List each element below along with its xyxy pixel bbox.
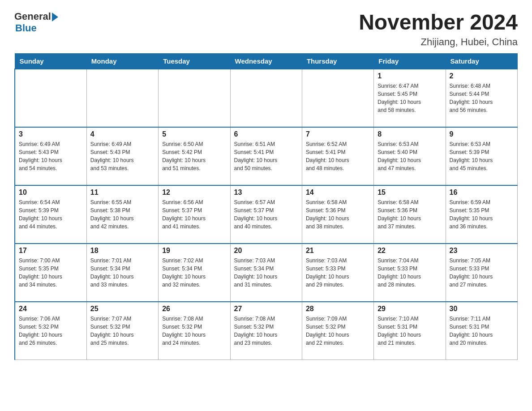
week-row-2: 3Sunrise: 6:49 AM Sunset: 5:43 PM Daylig… <box>15 127 518 185</box>
calendar-cell <box>15 69 86 127</box>
calendar-cell <box>86 69 158 127</box>
day-number: 7 <box>306 130 370 138</box>
day-info: Sunrise: 7:00 AM Sunset: 5:35 PM Dayligh… <box>19 257 83 289</box>
day-info: Sunrise: 6:47 AM Sunset: 5:45 PM Dayligh… <box>378 82 442 114</box>
calendar-cell: 2Sunrise: 6:48 AM Sunset: 5:44 PM Daylig… <box>446 69 517 127</box>
day-number: 21 <box>306 247 370 255</box>
calendar-cell: 6Sunrise: 6:51 AM Sunset: 5:41 PM Daylig… <box>230 127 302 185</box>
day-info: Sunrise: 6:51 AM Sunset: 5:41 PM Dayligh… <box>234 140 298 172</box>
week-row-3: 10Sunrise: 6:54 AM Sunset: 5:39 PM Dayli… <box>15 185 518 244</box>
calendar-table: SundayMondayTuesdayWednesdayThursdayFrid… <box>14 53 518 360</box>
day-info: Sunrise: 6:50 AM Sunset: 5:42 PM Dayligh… <box>162 140 226 172</box>
day-info: Sunrise: 7:04 AM Sunset: 5:33 PM Dayligh… <box>378 257 442 289</box>
logo-general-text: General <box>14 11 51 22</box>
day-number: 12 <box>162 188 226 197</box>
day-number: 6 <box>234 130 298 138</box>
day-number: 1 <box>378 72 442 80</box>
calendar-cell: 26Sunrise: 7:08 AM Sunset: 5:32 PM Dayli… <box>159 302 230 360</box>
calendar-cell: 1Sunrise: 6:47 AM Sunset: 5:45 PM Daylig… <box>374 69 446 127</box>
calendar-cell <box>159 69 230 127</box>
day-info: Sunrise: 6:49 AM Sunset: 5:43 PM Dayligh… <box>19 140 83 172</box>
calendar-cell: 29Sunrise: 7:10 AM Sunset: 5:31 PM Dayli… <box>374 302 446 360</box>
day-info: Sunrise: 7:08 AM Sunset: 5:32 PM Dayligh… <box>162 315 226 347</box>
calendar-cell: 15Sunrise: 6:58 AM Sunset: 5:36 PM Dayli… <box>374 185 446 244</box>
day-info: Sunrise: 6:48 AM Sunset: 5:44 PM Dayligh… <box>450 82 514 114</box>
calendar-title: November 2024 <box>359 11 518 34</box>
day-number: 28 <box>306 305 370 313</box>
day-number: 17 <box>19 247 83 255</box>
calendar-cell: 7Sunrise: 6:52 AM Sunset: 5:41 PM Daylig… <box>302 127 373 185</box>
header-day-wednesday: Wednesday <box>230 53 302 69</box>
day-number: 2 <box>450 72 514 80</box>
day-number: 10 <box>19 188 83 197</box>
calendar-cell <box>302 69 373 127</box>
day-number: 25 <box>90 305 154 313</box>
day-info: Sunrise: 6:59 AM Sunset: 5:35 PM Dayligh… <box>450 198 514 231</box>
day-number: 14 <box>306 188 370 197</box>
day-number: 23 <box>450 247 514 255</box>
day-number: 8 <box>378 130 442 138</box>
header-day-saturday: Saturday <box>446 53 517 69</box>
day-info: Sunrise: 7:02 AM Sunset: 5:34 PM Dayligh… <box>162 257 226 289</box>
calendar-cell: 4Sunrise: 6:49 AM Sunset: 5:43 PM Daylig… <box>86 127 158 185</box>
calendar-cell: 12Sunrise: 6:56 AM Sunset: 5:37 PM Dayli… <box>159 185 230 244</box>
day-info: Sunrise: 7:10 AM Sunset: 5:31 PM Dayligh… <box>378 315 442 347</box>
logo-arrow-icon <box>52 13 58 21</box>
calendar-cell: 8Sunrise: 6:53 AM Sunset: 5:40 PM Daylig… <box>374 127 446 185</box>
day-info: Sunrise: 6:53 AM Sunset: 5:40 PM Dayligh… <box>378 140 442 172</box>
day-number: 30 <box>450 305 514 313</box>
day-number: 4 <box>90 130 154 138</box>
calendar-cell: 9Sunrise: 6:53 AM Sunset: 5:39 PM Daylig… <box>446 127 517 185</box>
day-number: 11 <box>90 188 154 197</box>
week-row-5: 24Sunrise: 7:06 AM Sunset: 5:32 PM Dayli… <box>15 302 518 360</box>
logo: General Blue <box>14 11 58 34</box>
header-row: SundayMondayTuesdayWednesdayThursdayFrid… <box>15 53 518 69</box>
day-number: 9 <box>450 130 514 138</box>
day-number: 15 <box>378 188 442 197</box>
day-info: Sunrise: 7:05 AM Sunset: 5:33 PM Dayligh… <box>450 257 514 289</box>
calendar-cell: 30Sunrise: 7:11 AM Sunset: 5:31 PM Dayli… <box>446 302 517 360</box>
day-info: Sunrise: 6:54 AM Sunset: 5:39 PM Dayligh… <box>19 198 83 231</box>
calendar-cell: 19Sunrise: 7:02 AM Sunset: 5:34 PM Dayli… <box>159 244 230 302</box>
calendar-cell: 11Sunrise: 6:55 AM Sunset: 5:38 PM Dayli… <box>86 185 158 244</box>
logo-blue-text: Blue <box>15 22 37 34</box>
calendar-cell: 13Sunrise: 6:57 AM Sunset: 5:37 PM Dayli… <box>230 185 302 244</box>
day-info: Sunrise: 7:11 AM Sunset: 5:31 PM Dayligh… <box>450 315 514 347</box>
calendar-cell <box>230 69 302 127</box>
calendar-cell: 23Sunrise: 7:05 AM Sunset: 5:33 PM Dayli… <box>446 244 517 302</box>
calendar-cell: 25Sunrise: 7:07 AM Sunset: 5:32 PM Dayli… <box>86 302 158 360</box>
day-info: Sunrise: 6:52 AM Sunset: 5:41 PM Dayligh… <box>306 140 370 172</box>
day-info: Sunrise: 7:03 AM Sunset: 5:34 PM Dayligh… <box>234 257 298 289</box>
day-info: Sunrise: 6:58 AM Sunset: 5:36 PM Dayligh… <box>306 198 370 231</box>
calendar-cell: 5Sunrise: 6:50 AM Sunset: 5:42 PM Daylig… <box>159 127 230 185</box>
day-number: 29 <box>378 305 442 313</box>
day-info: Sunrise: 7:07 AM Sunset: 5:32 PM Dayligh… <box>90 315 154 347</box>
calendar-cell: 27Sunrise: 7:08 AM Sunset: 5:32 PM Dayli… <box>230 302 302 360</box>
day-info: Sunrise: 6:58 AM Sunset: 5:36 PM Dayligh… <box>378 198 442 231</box>
header-day-monday: Monday <box>86 53 158 69</box>
day-info: Sunrise: 7:01 AM Sunset: 5:34 PM Dayligh… <box>90 257 154 289</box>
header-day-friday: Friday <box>374 53 446 69</box>
week-row-1: 1Sunrise: 6:47 AM Sunset: 5:45 PM Daylig… <box>15 69 518 127</box>
calendar-cell: 17Sunrise: 7:00 AM Sunset: 5:35 PM Dayli… <box>15 244 86 302</box>
calendar-header: SundayMondayTuesdayWednesdayThursdayFrid… <box>15 53 518 69</box>
day-info: Sunrise: 7:03 AM Sunset: 5:33 PM Dayligh… <box>306 257 370 289</box>
day-info: Sunrise: 7:09 AM Sunset: 5:32 PM Dayligh… <box>306 315 370 347</box>
calendar-cell: 16Sunrise: 6:59 AM Sunset: 5:35 PM Dayli… <box>446 185 517 244</box>
calendar-cell: 28Sunrise: 7:09 AM Sunset: 5:32 PM Dayli… <box>302 302 373 360</box>
day-info: Sunrise: 6:49 AM Sunset: 5:43 PM Dayligh… <box>90 140 154 172</box>
day-number: 22 <box>378 247 442 255</box>
calendar-cell: 14Sunrise: 6:58 AM Sunset: 5:36 PM Dayli… <box>302 185 373 244</box>
calendar-cell: 20Sunrise: 7:03 AM Sunset: 5:34 PM Dayli… <box>230 244 302 302</box>
day-number: 5 <box>162 130 226 138</box>
day-number: 19 <box>162 247 226 255</box>
calendar-cell: 21Sunrise: 7:03 AM Sunset: 5:33 PM Dayli… <box>302 244 373 302</box>
day-info: Sunrise: 6:57 AM Sunset: 5:37 PM Dayligh… <box>234 198 298 231</box>
calendar-cell: 22Sunrise: 7:04 AM Sunset: 5:33 PM Dayli… <box>374 244 446 302</box>
day-number: 3 <box>19 130 83 138</box>
day-info: Sunrise: 7:08 AM Sunset: 5:32 PM Dayligh… <box>234 315 298 347</box>
day-number: 27 <box>234 305 298 313</box>
calendar-cell: 18Sunrise: 7:01 AM Sunset: 5:34 PM Dayli… <box>86 244 158 302</box>
calendar-cell: 10Sunrise: 6:54 AM Sunset: 5:39 PM Dayli… <box>15 185 86 244</box>
header-day-thursday: Thursday <box>302 53 373 69</box>
